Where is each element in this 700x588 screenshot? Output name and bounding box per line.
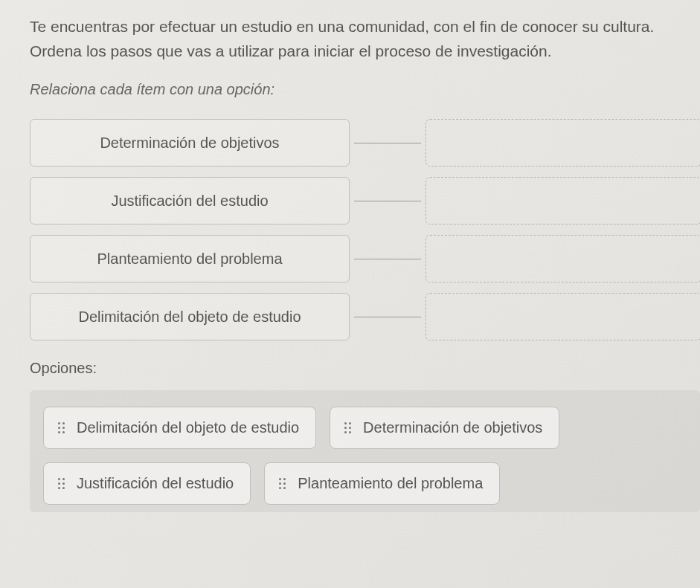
option-determinacion[interactable]: Determinación de objetivos <box>330 407 559 449</box>
drop-target-4[interactable] <box>426 293 700 340</box>
drop-target-2[interactable] <box>426 177 700 224</box>
question-text: Te encuentras por efectuar un estudio en… <box>30 15 700 63</box>
instruction-text: Relaciona cada ítem con una opción: <box>30 81 700 98</box>
match-row: Delimitación del objeto de estudio <box>30 293 700 340</box>
options-area: Delimitación del objeto de estudio Deter… <box>30 390 700 512</box>
drop-target-3[interactable] <box>426 235 700 282</box>
drag-handle-icon <box>56 478 66 490</box>
connector-line <box>354 317 421 317</box>
option-justificacion[interactable]: Justificación del estudio <box>43 462 251 505</box>
options-label: Opciones: <box>30 360 700 377</box>
option-label: Determinación de objetivos <box>363 419 542 436</box>
drag-handle-icon <box>277 478 287 490</box>
drop-target-1[interactable] <box>426 119 700 167</box>
match-row: Justificación del estudio <box>30 177 700 224</box>
match-row: Planteamiento del problema <box>30 235 700 282</box>
option-label: Delimitación del objeto de estudio <box>77 419 299 436</box>
option-planteamiento[interactable]: Planteamiento del problema <box>264 462 500 505</box>
option-label: Planteamiento del problema <box>298 475 483 492</box>
item-box-planteamiento: Planteamiento del problema <box>30 235 350 282</box>
item-box-delimitacion: Delimitación del objeto de estudio <box>30 293 350 340</box>
option-delimitacion[interactable]: Delimitación del objeto de estudio <box>43 407 316 449</box>
connector-line <box>354 259 421 259</box>
drag-handle-icon <box>56 422 66 434</box>
connector-line <box>354 143 421 143</box>
drag-handle-icon <box>342 422 353 434</box>
option-label: Justificación del estudio <box>77 475 234 492</box>
item-box-justificacion: Justificación del estudio <box>30 177 350 224</box>
matching-area: Determinación de objetivos Justificación… <box>30 119 700 340</box>
item-box-determinacion: Determinación de objetivos <box>30 119 350 167</box>
connector-line <box>354 201 421 201</box>
match-row: Determinación de objetivos <box>30 119 700 167</box>
